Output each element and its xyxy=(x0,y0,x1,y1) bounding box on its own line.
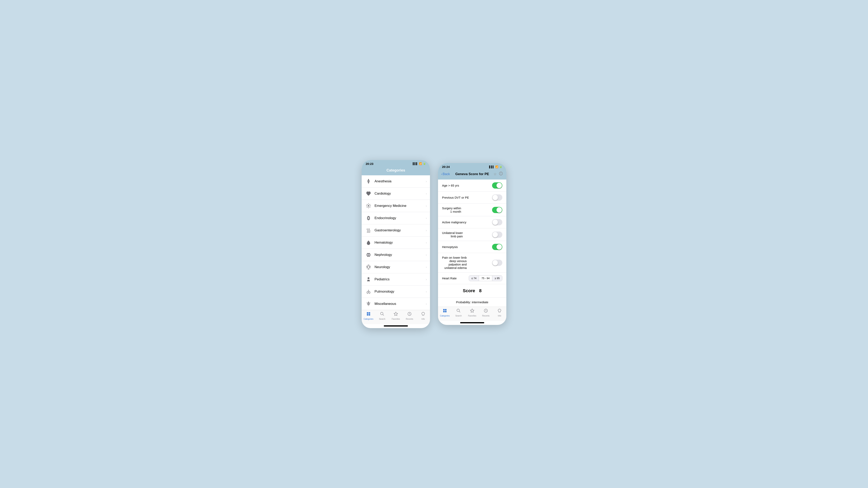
heart-rate-label: Heart Rate xyxy=(442,276,457,280)
info-tab-icon-1 xyxy=(421,312,425,317)
category-item-pediatrics[interactable]: Pediatrics › xyxy=(362,273,430,286)
status-icons-1: ▌▌▌ 📶 🔋 xyxy=(413,162,426,165)
category-item-endocrinology[interactable]: Endocrinology › xyxy=(362,212,430,224)
anesthesia-icon xyxy=(365,178,372,185)
limb-pain-toggle[interactable] xyxy=(492,232,502,238)
hemoptysis-label: Hemoptysis xyxy=(442,245,458,249)
pulmonology-label: Pulmonology xyxy=(374,290,426,294)
dvt-toggle[interactable] xyxy=(492,194,502,201)
pain-edema-toggle[interactable] xyxy=(492,260,502,266)
info-circle-icon[interactable] xyxy=(499,171,503,177)
tab-categories-label-2: Categories xyxy=(440,315,450,317)
hemoptysis-toggle[interactable] xyxy=(492,244,502,250)
star-icon[interactable]: ☆ xyxy=(494,172,497,176)
hematology-label: Hematology xyxy=(374,240,426,245)
categories-title: Categories xyxy=(386,168,405,172)
tab-bar-2: Categories Search Favorites xyxy=(438,307,506,321)
malignancy-toggle[interactable] xyxy=(492,219,502,225)
signal-icon: ▌▌▌ xyxy=(413,162,418,165)
misc-chevron: › xyxy=(426,302,427,305)
phone-geneva: 20:24 ▌▌▌ 📶 🔋 ‹ Back Geneva Score for PE… xyxy=(438,163,506,325)
cardiology-chevron: › xyxy=(426,192,427,195)
tab-info-1[interactable]: Info xyxy=(416,312,430,320)
category-item-pulmonology[interactable]: Pulmonology › xyxy=(362,286,430,298)
status-time-1: 20:23 xyxy=(366,162,373,165)
status-time-2: 20:24 xyxy=(442,165,450,168)
neurology-label: Neurology xyxy=(374,265,426,269)
age-toggle[interactable] xyxy=(492,182,502,189)
emergency-label: Emergency Medicine xyxy=(374,204,426,208)
nephrology-chevron: › xyxy=(426,253,427,256)
svg-rect-37 xyxy=(443,311,445,312)
emergency-icon xyxy=(365,202,372,209)
tab-search-2[interactable]: Search xyxy=(452,308,465,317)
categories-header: Categories xyxy=(362,167,430,175)
surgery-label: Surgery within1 month xyxy=(442,206,461,213)
category-item-hematology[interactable]: Hematology › xyxy=(362,236,430,249)
endocrinology-chevron: › xyxy=(426,217,427,220)
misc-label: Miscellaneous xyxy=(374,302,426,306)
status-bar-2: 20:24 ▌▌▌ 📶 🔋 xyxy=(438,163,506,170)
svg-line-9 xyxy=(370,207,370,207)
home-indicator-2 xyxy=(460,322,484,323)
svg-rect-35 xyxy=(443,309,445,311)
battery-icon: 🔋 xyxy=(423,162,426,165)
hr-btn-high[interactable]: ≥ 95 xyxy=(492,275,502,281)
hematology-chevron: › xyxy=(426,241,427,244)
svg-rect-36 xyxy=(445,309,446,311)
wifi-icon-2: 📶 xyxy=(495,165,498,168)
category-item-cardiology[interactable]: Cardiology › xyxy=(362,188,430,200)
dvt-toggle-knob xyxy=(493,195,498,200)
row-dvt: Previous DVT or PE xyxy=(438,192,506,204)
svg-point-3 xyxy=(368,205,369,206)
categories-tab-icon xyxy=(366,312,371,317)
tab-recents-label-1: Recents xyxy=(406,318,413,320)
tab-info-2[interactable]: Info xyxy=(493,308,506,317)
search-tab-icon-2 xyxy=(456,308,461,314)
tab-favorites-2[interactable]: Favorites xyxy=(465,308,479,317)
emergency-chevron: › xyxy=(426,204,427,207)
pediatrics-chevron: › xyxy=(426,278,427,281)
category-item-emergency[interactable]: Emergency Medicine › xyxy=(362,200,430,212)
tab-recents-1[interactable]: Recents xyxy=(403,312,416,320)
search-tab-icon-1 xyxy=(380,312,384,317)
svg-line-11 xyxy=(367,207,368,207)
hr-btn-mid[interactable]: 75 - 94 xyxy=(479,275,492,281)
tab-favorites-label-2: Favorites xyxy=(468,315,476,317)
anesthesia-label: Anesthesia xyxy=(374,179,426,183)
category-item-nephrology[interactable]: Nephrology › xyxy=(362,249,430,261)
heart-rate-row: Heart Rate ≤ 74 75 - 94 ≥ 95 xyxy=(438,272,506,284)
svg-rect-27 xyxy=(369,314,370,315)
surgery-toggle-knob xyxy=(496,207,502,213)
svg-rect-26 xyxy=(367,314,368,315)
tab-search-1[interactable]: Search xyxy=(375,312,389,320)
row-limb-pain: Unilateral lowerlimb pain xyxy=(438,228,506,241)
cardiology-label: Cardiology xyxy=(374,192,426,196)
age-toggle-knob xyxy=(496,183,502,188)
misc-icon xyxy=(365,300,372,307)
svg-point-18 xyxy=(369,254,370,256)
tab-search-label-2: Search xyxy=(455,315,462,317)
tab-favorites-1[interactable]: Favorites xyxy=(389,312,403,320)
svg-point-22 xyxy=(369,280,370,280)
tab-categories-1[interactable]: Categories xyxy=(362,312,375,320)
pain-edema-label: Pain on lower limbdeep venouspalpation a… xyxy=(442,256,467,269)
category-item-miscellaneous[interactable]: Miscellaneous › xyxy=(362,298,430,310)
tab-categories-2[interactable]: Categories xyxy=(438,308,452,317)
category-item-gastroenterology[interactable]: Gastroenterology › xyxy=(362,224,430,236)
pulmonology-chevron: › xyxy=(426,290,427,293)
back-button[interactable]: ‹ Back xyxy=(441,172,450,176)
svg-line-10 xyxy=(370,204,370,205)
tab-recents-2[interactable]: Recents xyxy=(479,308,493,317)
category-item-neurology[interactable]: Neurology › xyxy=(362,261,430,273)
svg-rect-25 xyxy=(369,312,370,314)
heart-rate-buttons: ≤ 74 75 - 94 ≥ 95 xyxy=(469,275,502,281)
surgery-toggle[interactable] xyxy=(492,207,502,213)
row-malignancy: Active malignancy xyxy=(438,216,506,228)
svg-rect-2 xyxy=(369,180,370,182)
svg-point-14 xyxy=(368,218,369,219)
hr-btn-low[interactable]: ≤ 74 xyxy=(469,275,479,281)
svg-point-17 xyxy=(367,254,368,256)
category-item-anesthesia[interactable]: Anesthesia › xyxy=(362,175,430,188)
limb-pain-toggle-knob xyxy=(493,232,498,237)
